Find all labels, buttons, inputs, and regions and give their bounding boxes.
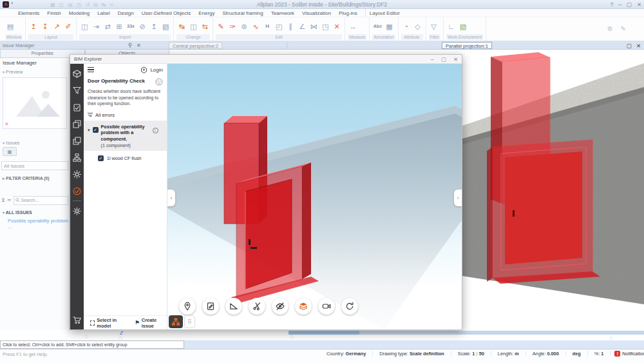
axes-icon[interactable]: ∟ (446, 21, 457, 32)
menu-user-defined-objects[interactable]: User-Defined Objects (138, 9, 194, 17)
style-attribute-icon[interactable]: ◇ (413, 21, 423, 32)
login-button[interactable]: Login (140, 66, 163, 74)
results-filter-button[interactable]: All errors (84, 107, 167, 121)
scale-reference-icon[interactable]: 33x (126, 21, 136, 32)
select-in-model-button[interactable]: Select in model (90, 317, 129, 329)
menu-energy[interactable]: Energy (194, 9, 218, 17)
tab-parallel-projection[interactable]: Parallel projection:1 (442, 42, 492, 49)
copy-between-documents-icon[interactable]: ◫ (79, 21, 90, 32)
menu-design[interactable]: Design (114, 9, 138, 17)
import-icon[interactable]: ⊻ (1, 197, 5, 203)
drag-handle-dots[interactable]: ⠿ (184, 315, 195, 328)
menu-finish[interactable]: Finish (43, 9, 64, 17)
panel-close-icon[interactable]: ✕ (137, 43, 141, 48)
paste-clipboard-icon[interactable]: ◫ (188, 21, 198, 32)
new-issue-button[interactable]: ▣ (3, 147, 17, 156)
error-group-row[interactable]: ▾ Possible operability problem with a co… (84, 121, 167, 152)
bim-maximize-icon[interactable]: ▢ (441, 56, 446, 63)
all-issues-group-header[interactable]: ALL ISSUES (3, 210, 32, 215)
delete-element-icon[interactable]: ✕ (332, 21, 342, 32)
tab-central-perspective[interactable]: Central perspective:2 (169, 42, 222, 49)
spline-edit-icon[interactable]: ∿ (251, 21, 261, 32)
help-icon[interactable]: ? (610, 1, 613, 8)
transfer-layout-icon[interactable]: ↗ (52, 21, 62, 32)
bim-minimize-icon[interactable]: – (431, 56, 434, 63)
cart-icon[interactable] (73, 315, 82, 324)
settings-icon[interactable] (73, 206, 82, 215)
measure-tool-button[interactable] (225, 298, 242, 315)
beam-icon[interactable]: H (262, 21, 272, 32)
close-icon[interactable]: ✕ (637, 1, 641, 8)
import-layout-icon[interactable]: ↥ (28, 21, 39, 32)
ribbon-edit-icon[interactable]: ✎ (621, 25, 626, 32)
menu-label[interactable]: Label (93, 9, 114, 17)
minimize-icon[interactable]: – (618, 1, 621, 8)
menu-teamwork[interactable]: Teamwork (267, 9, 298, 17)
mirror-element-icon[interactable]: ⋈ (308, 21, 319, 32)
link-elements-icon[interactable]: ↹ (176, 21, 187, 32)
allplan-3d-viewport[interactable] (462, 50, 644, 331)
error-item-checkbox[interactable] (98, 155, 104, 161)
preview-section-header[interactable]: Preview (3, 70, 23, 74)
horizontal-scrollbar[interactable] (289, 331, 644, 335)
table-icon[interactable]: ▦ (384, 21, 394, 32)
brush-icon[interactable]: ✐ (63, 21, 73, 32)
export-file-icon[interactable]: ↥ (149, 21, 159, 32)
viewer-next-button[interactable]: ‹ (454, 190, 462, 206)
exchange-element-icon[interactable]: ⇄ (102, 21, 113, 32)
error-group-checkbox[interactable] (93, 127, 99, 133)
markup-tool-button[interactable] (202, 298, 219, 315)
pin-icon[interactable] (128, 43, 133, 49)
text-annotation-icon[interactable]: Abc (372, 21, 383, 32)
menu-modeling[interactable]: Modeling (65, 9, 93, 17)
lighting-icon[interactable] (73, 170, 82, 179)
multi-copy-icon[interactable]: ⊞ (114, 21, 124, 32)
menu-hamburger-icon[interactable] (88, 67, 94, 72)
hierarchy-button[interactable] (169, 315, 183, 328)
menu-elements[interactable]: Elements (14, 9, 43, 17)
scrollbar-thumb[interactable] (289, 331, 359, 335)
create-issue-button[interactable]: ⚑ Create issue (135, 317, 167, 329)
maximize-icon[interactable]: ▢ (627, 1, 632, 8)
rotate-element-icon[interactable]: ∠ (297, 21, 307, 32)
bim-explorer-titlebar[interactable]: BIM Explorer – ▢ ✕ (70, 55, 462, 64)
viewer-prev-button[interactable]: ‹ (167, 190, 175, 206)
checking-icon[interactable] (73, 103, 82, 112)
model-icon[interactable] (73, 69, 82, 78)
modify-pen-icon[interactable]: ✎ (216, 21, 226, 32)
filter-criteria-header[interactable]: FILTER CRITERIA (0) (3, 176, 50, 181)
notifications-button[interactable]: !Notifications (611, 351, 644, 357)
pen-off-icon[interactable]: ⊘ (137, 21, 147, 32)
classification-icon[interactable] (73, 153, 82, 162)
viewport-maximize-icon[interactable]: ▢ (627, 43, 632, 49)
sort-filter-icon[interactable]: ≂ (7, 197, 12, 203)
stamp-icon[interactable]: ⊛ (239, 21, 249, 32)
export-layout-icon[interactable]: ↧ (40, 21, 50, 32)
record-tool-button[interactable] (318, 298, 335, 315)
locate-tool-button[interactable] (179, 298, 196, 315)
viewport-config-icon[interactable]: ▧ (458, 21, 468, 32)
align-elements-icon[interactable]: ∥ (285, 21, 296, 32)
pick-properties-icon[interactable]: ✑ (227, 21, 238, 32)
reset-tool-button[interactable] (341, 298, 358, 315)
chevron-down-icon[interactable]: ▾ (88, 128, 90, 149)
issue-link[interactable]: Possible operability problem ... (8, 218, 69, 230)
check-status-icon[interactable] (155, 78, 163, 86)
bim-close-icon[interactable]: ✕ (453, 56, 458, 63)
results-icon[interactable] (73, 186, 82, 195)
mask-icon[interactable]: ◔ (401, 21, 412, 32)
menu-layout-editor[interactable]: Layout Editor (365, 9, 404, 17)
frame-link-icon[interactable]: ▧ (160, 21, 171, 32)
copy-element-icon[interactable]: ◰ (274, 21, 284, 32)
resize-element-icon[interactable]: ◳ (320, 21, 330, 32)
issues-section-header[interactable]: Issues (3, 141, 20, 145)
filter-icon[interactable] (73, 86, 82, 95)
merge-elements-icon[interactable]: ⇆ (200, 21, 210, 32)
menu-visualization[interactable]: Visualization (298, 9, 335, 17)
layers-tool-button[interactable] (295, 298, 312, 315)
menu-plug-ins[interactable]: Plug-ins (335, 9, 361, 17)
insert-element-icon[interactable]: ⇥ (91, 21, 101, 32)
info-icon[interactable]: i (153, 128, 158, 133)
filter-icon[interactable]: ▽ (429, 21, 439, 32)
measure-icon[interactable]: ↔ (348, 21, 358, 32)
